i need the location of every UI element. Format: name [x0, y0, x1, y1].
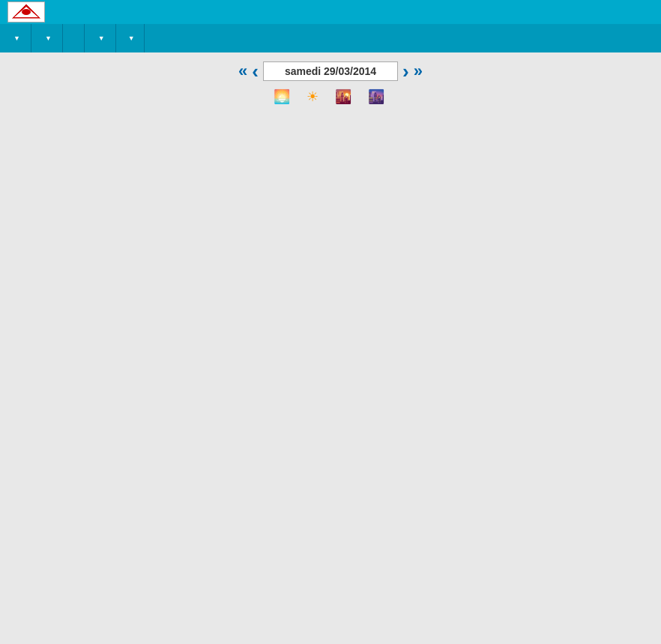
dusk-icon: 🌆	[368, 88, 384, 105]
nav-messages[interactable]	[63, 24, 85, 52]
nav-plus[interactable]: ▼	[116, 24, 145, 52]
sunset-icon: 🌇	[335, 88, 351, 105]
nav-configuration[interactable]: ▼	[85, 24, 116, 52]
nav-reservations[interactable]: ▼	[31, 24, 63, 52]
nav-mon-compte[interactable]: ▼	[0, 24, 31, 52]
sun-times: 🌅 ☀ 🌇 🌆	[0, 85, 661, 112]
chevron-down-icon: ▼	[98, 34, 105, 42]
top-bar	[0, 0, 661, 24]
planning-wrap	[0, 112, 661, 120]
date-input[interactable]	[263, 61, 398, 81]
next-button[interactable]: ›	[402, 61, 409, 81]
dusk-time: 🌆	[368, 88, 387, 105]
logo-image	[7, 1, 45, 22]
logo-area	[7, 1, 51, 22]
nav-deconnexion[interactable]	[634, 24, 661, 52]
next-next-button[interactable]: »	[414, 63, 423, 79]
chevron-down-icon: ▼	[128, 34, 135, 42]
sunrise-icon: 🌅	[274, 88, 290, 105]
chevron-down-icon: ▼	[45, 34, 52, 42]
date-nav: « ‹ › »	[0, 52, 661, 85]
nav-bar: ▼ ▼ ▼ ▼	[0, 24, 661, 52]
prev-button[interactable]: ‹	[252, 61, 259, 81]
chevron-down-icon: ▼	[13, 34, 20, 42]
sun-icon: ☀	[307, 88, 319, 105]
sunrise-time: 🌅	[274, 88, 293, 105]
sunset-time: 🌇	[335, 88, 354, 105]
svg-point-2	[22, 9, 31, 15]
prev-prev-button[interactable]: «	[238, 63, 247, 79]
sun-up-time: ☀	[307, 88, 322, 105]
